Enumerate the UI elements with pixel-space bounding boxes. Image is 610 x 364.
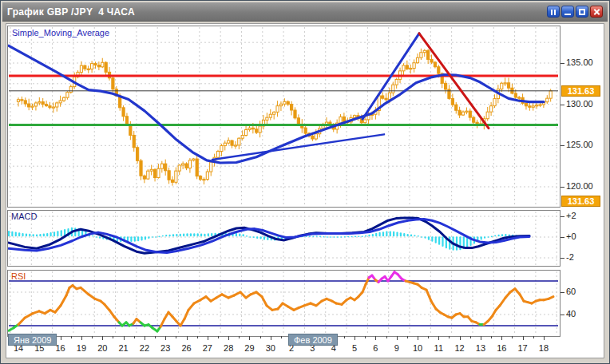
date-tick [271,336,271,340]
axis-tick [560,237,564,238]
axis-label: 120.00 [566,181,593,191]
axis-label: 60 [566,287,576,296]
date-tick [81,336,82,340]
date-label: 9 [394,343,399,353]
date-minor-tick [260,336,261,338]
date-label: 13 [476,343,485,353]
axis-tick [560,258,564,259]
date-minor-tick [512,336,513,338]
date-label: 17 [517,343,527,353]
date-minor-tick [407,336,408,338]
date-minor-tick [449,336,450,338]
axis-tick [560,216,564,217]
date-label: 5 [352,343,357,353]
macd-panel: MACD [7,210,560,267]
current-price-badge: 131.63 [561,196,600,207]
date-tick [418,336,418,340]
date-minor-tick [155,336,156,338]
pause-button[interactable] [547,6,560,18]
date-tick [375,336,376,340]
date-minor-tick [92,336,93,338]
month-badge: Фев 2009 [288,334,338,346]
date-label: 30 [266,343,275,353]
macd-canvas[interactable] [8,211,560,266]
axis-label: 130.00 [566,99,593,109]
date-tick [228,336,229,340]
date-label: 11 [434,343,443,353]
date-tick [124,336,125,340]
current-price-badge: 131.63 [561,85,600,97]
axis-label: 125.00 [566,140,593,149]
date-tick [61,336,61,340]
axis-label: 135.00 [566,57,593,67]
date-label: 22 [140,343,149,353]
date-label: 21 [118,343,128,353]
price-chart-canvas[interactable] [8,26,560,207]
date-minor-tick [197,336,198,338]
axis-tick [560,315,564,315]
date-minor-tick [218,336,219,338]
date-tick [544,336,545,340]
date-label: 12 [455,343,465,353]
date-tick [438,336,439,340]
axis-tick [560,63,564,64]
date-minor-tick [239,336,240,338]
date-label: 27 [203,343,212,353]
date-tick [501,336,502,340]
rsi-canvas[interactable] [8,271,560,336]
date-minor-tick [176,336,176,338]
date-label: 6 [373,343,378,353]
date-minor-tick [344,336,345,338]
date-label: 16 [497,343,506,353]
date-minor-tick [470,336,471,338]
axis-label: 40 [566,309,576,318]
date-minor-tick [491,336,492,338]
title-bar[interactable]: График GBP /JPY 4 ЧАСА [2,2,608,22]
date-tick [165,336,166,340]
date-label: 23 [160,343,170,353]
date-minor-tick [533,336,534,338]
axis-tick [560,292,564,293]
month-badge: Янв 2009 [8,334,57,346]
date-label: 29 [244,343,254,353]
chart-window: График GBP /JPY 4 ЧАСА Simple_Moving_Ave… [0,0,610,364]
date-minor-tick [113,336,113,338]
date-label: 20 [97,343,107,353]
date-tick [460,336,461,340]
date-label: 10 [413,343,422,353]
date-tick [208,336,208,340]
date-label: 18 [539,343,549,353]
date-tick [145,336,145,340]
date-tick [355,336,355,340]
axis-tick [560,105,564,105]
rsi-panel: RSI [7,270,560,337]
date-minor-tick [428,336,429,338]
window-title: График GBP /JPY 4 ЧАСА [7,6,135,18]
date-tick [397,336,398,340]
date-tick [481,336,481,340]
price-chart-panel: Simple_Moving_Average [7,26,560,208]
date-label: 28 [224,343,233,353]
date-label: 19 [77,343,86,353]
date-tick [523,336,524,340]
date-tick [102,336,103,340]
date-axis: 1415161920212223262728293023456910111213… [7,336,561,358]
date-tick [187,336,188,340]
date-minor-tick [134,336,135,338]
date-label: 26 [181,343,191,353]
price-axis: 135.00130.00125.00120.00+2+0-26040131.63… [560,1,607,364]
axis-label: +0 [566,231,576,241]
axis-tick [560,145,564,146]
date-tick [249,336,250,340]
axis-tick [560,187,564,188]
axis-label: +2 [566,211,576,220]
date-minor-tick [71,336,72,338]
date-minor-tick [386,336,387,338]
date-minor-tick [281,336,282,338]
axis-label: -2 [566,252,574,262]
date-minor-tick [365,336,366,338]
